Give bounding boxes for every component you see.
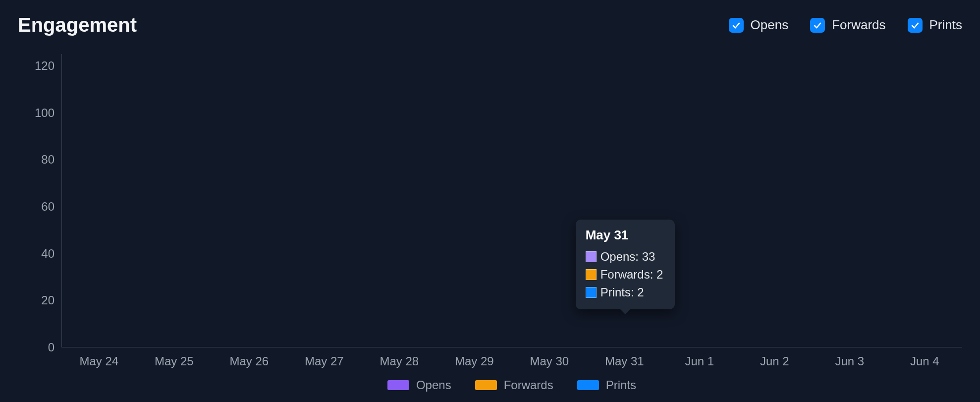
y-tick: 100: [35, 107, 54, 119]
bar-slot[interactable]: [887, 54, 962, 347]
legend-item-prints[interactable]: Prints: [577, 378, 636, 392]
tooltip: May 31 Opens: 33Forwards: 2Prints: 2: [576, 220, 675, 309]
toggle-forwards[interactable]: Forwards: [810, 17, 885, 33]
legend-label-prints: Prints: [606, 378, 636, 392]
tooltip-label: Prints: 2: [600, 284, 644, 301]
page-title: Engagement: [18, 14, 137, 36]
bar-slot[interactable]: [137, 54, 212, 347]
series-toggles: Opens Forwards Prints: [729, 17, 962, 33]
bar-slot[interactable]: [62, 54, 137, 347]
legend-item-opens[interactable]: Opens: [387, 378, 451, 392]
checkbox-forwards[interactable]: [810, 18, 825, 33]
swatch-prints-icon: [577, 380, 599, 390]
legend-item-forwards[interactable]: Forwards: [475, 378, 553, 392]
x-tick: May 29: [437, 354, 512, 368]
swatch-opens-icon: [387, 380, 409, 390]
check-icon: [813, 20, 822, 30]
engagement-chart-panel: Engagement Opens Forwards Prints: [0, 0, 980, 402]
x-tick: May 27: [287, 354, 362, 368]
tooltip-row-forwards: Forwards: 2: [586, 266, 665, 284]
tooltip-label: Forwards: 2: [600, 266, 663, 284]
x-tick: May 24: [61, 354, 137, 368]
y-tick: 20: [41, 294, 54, 306]
tooltip-swatch-opens-icon: [586, 251, 597, 262]
legend-label-opens: Opens: [416, 378, 451, 392]
chart-header: Engagement Opens Forwards Prints: [18, 14, 962, 36]
x-tick: May 30: [512, 354, 587, 368]
tooltip-swatch-forwards-icon: [586, 269, 597, 280]
y-tick: 40: [41, 248, 54, 260]
tooltip-row-prints: Prints: 2: [586, 284, 665, 301]
y-tick: 60: [41, 201, 54, 213]
y-axis: 120100806040200: [18, 54, 61, 347]
bar-slot[interactable]: [212, 54, 287, 347]
toggle-prints-label: Prints: [929, 17, 962, 33]
y-tick: 120: [35, 60, 54, 72]
checkbox-opens[interactable]: [729, 18, 744, 33]
x-tick: Jun 1: [662, 354, 737, 368]
x-tick: May 26: [212, 354, 287, 368]
bar-slot[interactable]: [287, 54, 362, 347]
legend: Opens Forwards Prints: [61, 378, 962, 392]
tooltip-row-opens: Opens: 33: [586, 248, 665, 266]
bars-container: [62, 54, 962, 347]
bar-slot[interactable]: [362, 54, 437, 347]
x-tick: Jun 4: [887, 354, 963, 368]
check-icon: [731, 20, 741, 30]
x-axis: May 24May 25May 26May 27May 28May 29May …: [61, 347, 962, 368]
plot-area[interactable]: May 31 Opens: 33Forwards: 2Prints: 2: [61, 54, 962, 347]
checkbox-prints[interactable]: [908, 18, 923, 33]
bar-slot[interactable]: [812, 54, 887, 347]
tooltip-title: May 31: [586, 228, 665, 243]
x-tick: May 31: [587, 354, 662, 368]
toggle-opens[interactable]: Opens: [729, 17, 789, 33]
chart-body: 120100806040200 May 31 Opens: 33Forwards…: [18, 54, 962, 347]
swatch-forwards-icon: [475, 380, 497, 390]
toggle-prints[interactable]: Prints: [908, 17, 962, 33]
tooltip-swatch-prints-icon: [586, 287, 597, 298]
x-tick: Jun 2: [737, 354, 813, 368]
y-tick: 80: [41, 154, 54, 166]
legend-label-forwards: Forwards: [504, 378, 553, 392]
bar-slot[interactable]: [737, 54, 812, 347]
x-tick: May 28: [362, 354, 437, 368]
x-tick: May 25: [137, 354, 212, 368]
chart-wrap: 120100806040200 May 31 Opens: 33Forwards…: [18, 54, 962, 392]
y-tick: 0: [48, 342, 54, 353]
toggle-opens-label: Opens: [751, 17, 789, 33]
x-tick: Jun 3: [812, 354, 887, 368]
check-icon: [910, 20, 920, 30]
bar-slot[interactable]: [437, 54, 512, 347]
tooltip-label: Opens: 33: [600, 248, 655, 266]
toggle-forwards-label: Forwards: [832, 17, 885, 33]
